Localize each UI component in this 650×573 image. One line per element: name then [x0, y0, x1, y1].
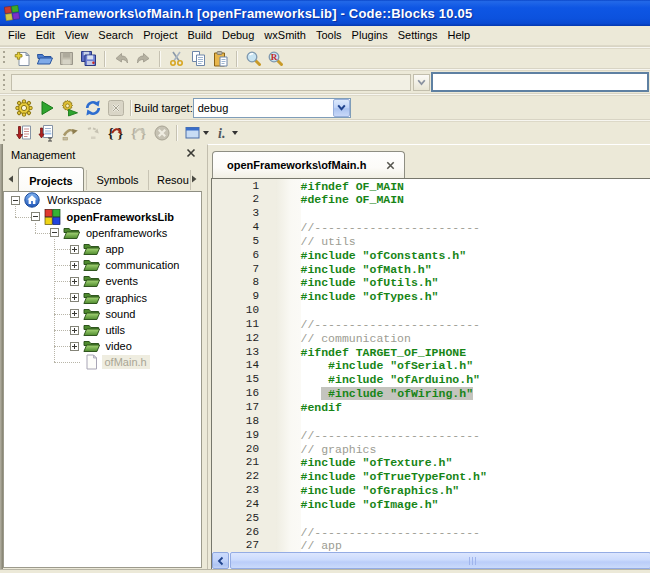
debug-continue-button[interactable] — [12, 121, 35, 145]
toolbar-gripper[interactable] — [0, 121, 8, 144]
menu-debug[interactable]: Debug — [217, 26, 259, 45]
code-line-26: 26//------------------------ — [212, 526, 650, 540]
editor-tab[interactable]: openFrameworks\ofMain.h — [212, 151, 405, 178]
rebuild-icon — [84, 99, 102, 117]
toolbar-gripper[interactable] — [0, 95, 8, 120]
rebuild-button[interactable] — [81, 96, 104, 120]
tree-expander-plus[interactable] — [70, 326, 79, 335]
chevron-down-icon — [416, 77, 427, 88]
code-line-11: 11//------------------------ — [212, 318, 650, 332]
line-number: 4 — [212, 221, 259, 235]
tree-item-label: video — [106, 340, 132, 352]
run-button[interactable] — [35, 96, 58, 120]
code-editor[interactable]: 1#ifndef OF_MAIN2#define OF_MAIN34//----… — [211, 178, 650, 571]
new-file-button[interactable] — [11, 48, 33, 70]
save-all-icon — [80, 50, 97, 67]
line-number: 6 — [212, 249, 259, 263]
preprocessor-text: #define OF_MAIN — [301, 193, 405, 206]
tree-expander-plus[interactable] — [70, 245, 79, 254]
tab-symbols-label: Symbols — [96, 174, 138, 186]
build-target-dropdown-button[interactable] — [333, 99, 350, 117]
management-close-icon[interactable] — [185, 147, 197, 159]
line-number: 17 — [212, 401, 259, 415]
code-line-23: 23#include "ofGraphics.h" — [212, 484, 650, 498]
next-line-button[interactable] — [58, 121, 81, 145]
tree-item-graphics[interactable]: graphics — [83, 290, 148, 306]
tab-scroll-right-button[interactable] — [188, 172, 199, 185]
menu-edit[interactable]: Edit — [31, 26, 60, 45]
menu-help[interactable]: Help — [442, 26, 475, 45]
line-number: 14 — [212, 359, 259, 373]
tree-expander-minus[interactable] — [50, 228, 59, 237]
build-button[interactable] — [12, 96, 35, 120]
menu-wxsmith[interactable]: wxSmith — [259, 26, 311, 45]
tree-item-events[interactable]: events — [83, 273, 138, 289]
tree-expander-plus[interactable] — [70, 293, 79, 302]
menu-settings[interactable]: Settings — [393, 26, 443, 45]
code-line-24: 24#include "ofImage.h" — [212, 498, 650, 512]
copy-button[interactable] — [187, 48, 209, 70]
scrollbar-thumb[interactable] — [230, 552, 650, 569]
bottom-strip — [0, 569, 650, 573]
tree-expander-plus[interactable] — [70, 342, 79, 351]
code-line-4: 4//------------------------ — [212, 221, 650, 235]
tree-item-utils[interactable]: utils — [83, 322, 126, 338]
tree-expander-plus[interactable] — [70, 309, 79, 318]
menu-plugins[interactable]: Plugins — [347, 26, 393, 45]
replace-button[interactable] — [264, 48, 286, 70]
tab-scroll-left-button[interactable] — [5, 172, 16, 185]
code-line-16: 16 #include "ofWiring.h" — [212, 387, 650, 401]
preprocessor-text — [301, 387, 322, 400]
scrollbar-grip — [469, 557, 478, 565]
tree-item-openframeworks[interactable]: openframeworks — [63, 225, 167, 241]
various-info-button[interactable] — [212, 121, 238, 145]
tab-projects[interactable]: Projects — [18, 167, 84, 193]
tree-item-sound[interactable]: sound — [83, 306, 136, 322]
tree-item-ofmain-h[interactable]: ofMain.h — [83, 354, 150, 370]
open-file-button[interactable] — [33, 48, 55, 70]
tab-symbols[interactable]: Symbols — [86, 170, 149, 190]
menu-search[interactable]: Search — [93, 26, 138, 45]
dbg-windows-icon — [184, 124, 202, 142]
tree-expander-minus[interactable] — [31, 212, 40, 221]
tree-connector — [15, 217, 31, 218]
toolbar-gripper[interactable] — [0, 70, 8, 94]
build-and-run-button[interactable] — [58, 96, 81, 120]
tree-item-workspace[interactable]: Workspace — [24, 192, 102, 208]
management-pane-header[interactable]: Management — [3, 146, 202, 164]
debugging-windows-button[interactable] — [183, 121, 209, 145]
tree-expander-minus[interactable] — [11, 196, 20, 205]
editor-horizontal-scrollbar[interactable] — [212, 552, 650, 569]
tree-item-label: graphics — [106, 292, 148, 304]
code-text: // utils — [259, 235, 356, 249]
title-bar: openFrameworks\ofMain.h [openFrameworksL… — [0, 0, 650, 26]
find-button[interactable] — [242, 48, 264, 70]
paste-button[interactable] — [209, 48, 231, 70]
code-line-19: 19//------------------------ — [212, 429, 650, 443]
menu-file[interactable]: File — [3, 26, 31, 45]
toolbar-gripper[interactable] — [0, 48, 8, 69]
scrollbar-left-button[interactable] — [212, 552, 229, 569]
tree-item-app[interactable]: app — [83, 241, 124, 257]
menu-build[interactable]: Build — [182, 26, 216, 45]
function-combo-input[interactable] — [431, 72, 649, 92]
tree-expander-plus[interactable] — [70, 261, 79, 270]
tree-expander-plus[interactable] — [70, 277, 79, 286]
tab-resources[interactable]: Resou — [149, 170, 191, 190]
menu-view[interactable]: View — [60, 26, 94, 45]
editor-tab-close-icon[interactable] — [385, 160, 396, 171]
tree-item-openframeworkslib[interactable]: openFrameworksLib — [44, 209, 175, 225]
scope-combo-dropdown-button[interactable] — [413, 74, 430, 91]
run-to-cursor-button[interactable] — [35, 121, 58, 145]
build-target-combo[interactable]: debug — [193, 98, 351, 118]
tree-connector — [35, 223, 36, 233]
menu-tools[interactable]: Tools — [311, 26, 347, 45]
menu-project[interactable]: Project — [138, 26, 182, 45]
step-out-button[interactable] — [104, 121, 127, 145]
tree-item-communication[interactable]: communication — [83, 257, 180, 273]
scope-combo[interactable] — [11, 74, 411, 91]
tree-item-video[interactable]: video — [83, 338, 132, 354]
folder-icon — [83, 241, 100, 257]
save-all-button[interactable] — [77, 48, 99, 70]
cut-button[interactable] — [165, 48, 187, 70]
